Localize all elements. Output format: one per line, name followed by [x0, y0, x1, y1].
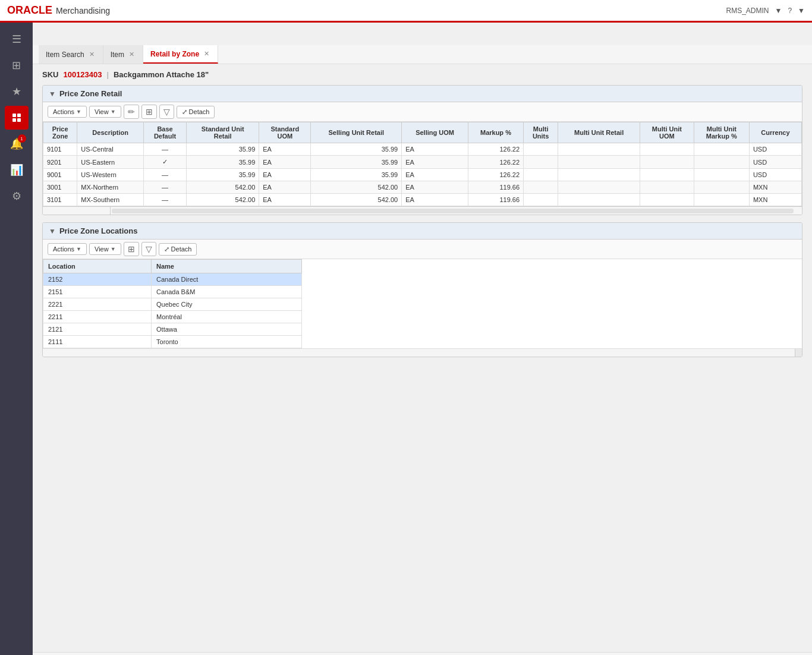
cell-multi-uom [640, 181, 694, 194]
cell-location: 2152 [43, 273, 152, 286]
list-item[interactable]: 2152 Canada Direct [43, 273, 302, 286]
cell-markup: 126.22 [468, 169, 523, 181]
table-row[interactable]: 9001 US-Western — 35.99 EA 35.99 EA 126.… [43, 169, 802, 181]
cell-currency: USD [749, 156, 801, 169]
pzr-view2-button[interactable]: ⊞ [141, 105, 157, 119]
svg-rect-1 [17, 114, 21, 117]
cell-multi-uom [640, 194, 694, 206]
cell-sell-uom: EA [402, 181, 468, 194]
pzl-actions-chevron: ▼ [76, 246, 81, 252]
price-zone-locations-section: ▼ Price Zone Locations Actions ▼ View ▼ … [42, 222, 802, 357]
cell-name: Toronto [152, 336, 302, 348]
price-zone-retail-table-scroll[interactable]: PriceZone Description BaseDefault Standa… [43, 122, 802, 206]
pzr-view-chevron: ▼ [111, 109, 116, 115]
cell-multi-retail [558, 169, 640, 181]
price-zone-retail-table: PriceZone Description BaseDefault Standa… [43, 122, 802, 206]
col-sell-uom: Selling UOM [402, 122, 468, 143]
tab-item-search-close[interactable]: ✕ [88, 51, 96, 58]
pzr-actions-button[interactable]: Actions ▼ [48, 106, 87, 118]
pzr-view-label: View [95, 108, 109, 115]
cell-desc: MX-Northern [77, 181, 144, 194]
main-area: Item Search ✕ Item ✕ Retail by Zone ✕ SK… [33, 45, 812, 655]
tab-retail-by-zone[interactable]: Retail by Zone ✕ [143, 45, 218, 64]
tab-item[interactable]: Item ✕ [103, 45, 143, 64]
col-multi-unit-markup: Multi UnitMarkup % [694, 122, 749, 143]
sidebar-icon-star[interactable]: ★ [5, 80, 29, 103]
sidebar-icon-chart[interactable]: 📊 [5, 158, 29, 182]
help-dropdown-icon[interactable]: ▼ [798, 7, 805, 15]
cell-location: 2121 [43, 323, 152, 336]
list-item[interactable]: 2111 Toronto [43, 336, 302, 348]
list-item[interactable]: 2151 Canada B&M [43, 286, 302, 298]
pzl-view-button[interactable]: View ▼ [89, 243, 121, 255]
pzr-actions-label: Actions [53, 108, 74, 115]
pzl-view-chevron: ▼ [111, 246, 116, 252]
cell-currency: MXN [749, 181, 801, 194]
col-multi-unit-uom: Multi UnitUOM [640, 122, 694, 143]
locations-table: Location Name 2152 Canada Direct 2151 Ca… [43, 259, 302, 348]
col-sell-unit-retail: Selling Unit Retail [311, 122, 402, 143]
pzl-detach-icon: ⤢ [164, 245, 169, 253]
col-base-default: BaseDefault [143, 122, 186, 143]
tab-retail-by-zone-close[interactable]: ✕ [203, 50, 210, 58]
cell-currency: USD [749, 143, 801, 156]
oracle-text: ORACLE [7, 4, 52, 17]
pzr-edit-button[interactable]: ✏ [124, 105, 139, 119]
table-row[interactable]: 3001 MX-Northern — 542.00 EA 542.00 EA 1… [43, 181, 802, 194]
help-button[interactable]: ? [788, 7, 792, 15]
list-item[interactable]: 2221 Quebec City [43, 298, 302, 311]
sidebar-icon-menu[interactable]: ☰ [5, 27, 29, 51]
cell-markup: 119.66 [468, 181, 523, 194]
pzl-view2-button[interactable]: ⊞ [124, 242, 139, 256]
sidebar-icon-grid[interactable]: ⊞ [5, 53, 29, 77]
cell-location: 2111 [43, 336, 152, 348]
list-item[interactable]: 2211 Montréal [43, 311, 302, 323]
cell-sell-retail: 35.99 [311, 169, 402, 181]
cell-sell-uom: EA [402, 194, 468, 206]
sidebar-icon-tasks[interactable] [5, 106, 29, 130]
price-zone-retail-toolbar: Actions ▼ View ▼ ✏ ⊞ ▽ ⤢ Detach [43, 102, 802, 122]
cell-multi-markup [694, 156, 749, 169]
sidebar-icon-settings[interactable]: ⚙ [5, 184, 29, 208]
app-product: Merchandising [56, 6, 110, 15]
cell-zone: 3101 [43, 194, 77, 206]
pzr-view-button[interactable]: View ▼ [89, 106, 121, 118]
cell-name: Ottawa [152, 323, 302, 336]
cell-zone: 9001 [43, 169, 77, 181]
cell-sell-retail: 542.00 [311, 181, 402, 194]
cell-multi-uom [640, 156, 694, 169]
pzr-detach-button[interactable]: ⤢ Detach [177, 106, 215, 118]
cell-desc: MX-Southern [77, 194, 144, 206]
cell-desc: US-Central [77, 143, 144, 156]
col-description: Description [77, 122, 144, 143]
cell-base-default: — [143, 169, 186, 181]
cell-std-uom: EA [259, 169, 311, 181]
user-dropdown-icon[interactable]: ▼ [775, 7, 782, 15]
cell-sell-retail: 35.99 [311, 156, 402, 169]
cell-base-default: — [143, 194, 186, 206]
col-multi-unit-retail: Multi Unit Retail [558, 122, 640, 143]
tab-item-close[interactable]: ✕ [128, 51, 136, 58]
price-zone-locations-toggle[interactable]: ▼ [49, 227, 56, 235]
tab-item-search[interactable]: Item Search ✕ [39, 45, 103, 64]
cell-std-uom: EA [259, 181, 311, 194]
table-row[interactable]: 3101 MX-Southern — 542.00 EA 542.00 EA 1… [43, 194, 802, 206]
sku-label: SKU [42, 70, 58, 79]
pzl-actions-button[interactable]: Actions ▼ [48, 243, 87, 255]
locations-table-scroll[interactable]: Location Name 2152 Canada Direct 2151 Ca… [43, 259, 802, 348]
top-header: ORACLE Merchandising RMS_ADMIN ▼ ? ▼ [0, 0, 812, 23]
table-row[interactable]: 9101 US-Central — 35.99 EA 35.99 EA 126.… [43, 143, 802, 156]
user-name[interactable]: RMS_ADMIN [726, 7, 769, 15]
pzl-detach-button[interactable]: ⤢ Detach [159, 243, 197, 256]
price-zone-retail-toggle[interactable]: ▼ [49, 90, 56, 98]
col-multi-units: MultiUnits [524, 122, 558, 143]
list-item[interactable]: 2121 Ottawa [43, 323, 302, 336]
tabs-bar: Item Search ✕ Item ✕ Retail by Zone ✕ [33, 45, 812, 64]
table-row[interactable]: 9201 US-Eastern ✓ 35.99 EA 35.99 EA 126.… [43, 156, 802, 169]
pzl-filter-button[interactable]: ▽ [141, 242, 156, 256]
pzr-filter-button[interactable]: ▽ [159, 105, 174, 119]
cell-sell-uom: EA [402, 156, 468, 169]
sidebar-icon-notification[interactable]: 🔔1 [5, 132, 29, 156]
cell-name: Canada B&M [152, 286, 302, 298]
cell-multi-units [524, 143, 558, 156]
